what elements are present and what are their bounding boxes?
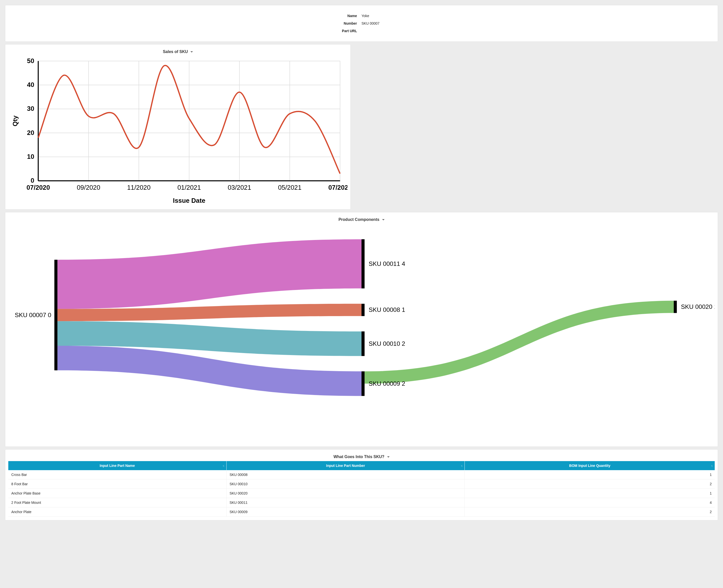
table-row: Cross BarSKU 000081 <box>8 470 715 480</box>
svg-rect-30 <box>54 259 57 370</box>
svg-text:20: 20 <box>27 129 35 136</box>
cell-partname: Anchor Plate Base <box>8 488 226 498</box>
table-row: Anchor Plate BaseSKU 000201 <box>8 488 715 498</box>
col-header-partname-text: Input Line Part Name <box>100 464 135 468</box>
table-header-row: Input Line Part Name ↑↓ Input Line Part … <box>8 461 715 470</box>
sankey-title-text: Product Components <box>338 217 379 222</box>
svg-text:30: 30 <box>27 105 35 112</box>
cell-partname: Anchor Plate <box>8 507 226 517</box>
col-header-qty-text: BOM Input Line Quantity <box>569 464 611 468</box>
details-card: Name Yoke Number SKU 00007 Part URL <box>5 5 718 42</box>
cell-qty: 1 <box>465 470 715 480</box>
col-header-partnumber[interactable]: Input Line Part Number ↑↓ <box>226 461 465 470</box>
detail-row-name: Name Yoke <box>13 14 710 18</box>
sort-icon: ↑↓ <box>461 464 462 467</box>
cell-qty: 4 <box>465 498 715 507</box>
svg-text:SKU 00020 1: SKU 00020 1 <box>681 303 715 310</box>
svg-text:10: 10 <box>27 153 35 160</box>
cell-partname: 8 Foot Bar <box>8 479 226 488</box>
svg-text:Qty: Qty <box>12 115 19 126</box>
cell-qty: 1 <box>465 488 715 498</box>
svg-rect-32 <box>362 304 364 316</box>
bom-table-title[interactable]: What Goes Into This SKU? <box>8 451 715 461</box>
sales-chart-title[interactable]: Sales of SKU <box>8 46 347 56</box>
svg-text:01/2021: 01/2021 <box>177 184 201 191</box>
svg-text:05/2021: 05/2021 <box>278 184 301 191</box>
chevron-down-icon <box>382 219 385 220</box>
detail-row-number: Number SKU 00007 <box>13 21 710 25</box>
detail-label-number: Number <box>13 21 362 25</box>
cell-partnumber: SKU 00008 <box>226 470 465 480</box>
cell-qty: 2 <box>465 479 715 488</box>
sort-icon: ↑↓ <box>711 464 712 467</box>
col-header-qty[interactable]: BOM Input Line Quantity ↑↓ <box>465 461 715 470</box>
sales-chart-card: Sales of SKU 0102030405007/202009/202011… <box>5 44 351 210</box>
svg-text:07/2020: 07/2020 <box>27 184 50 191</box>
svg-text:07/2021: 07/2021 <box>328 184 347 191</box>
detail-label-name: Name <box>13 14 362 18</box>
sankey-card: Product Components SKU 00007 0SKU 00011 … <box>5 212 718 447</box>
cell-partnumber: SKU 00010 <box>226 479 465 488</box>
detail-value-name: Yoke <box>362 14 710 18</box>
svg-rect-34 <box>362 371 364 396</box>
svg-text:11/2020: 11/2020 <box>127 184 150 191</box>
cell-partnumber: SKU 00020 <box>226 488 465 498</box>
cell-partname: 2 Foot Plate Mount <box>8 498 226 507</box>
sankey-diagram: SKU 00007 0SKU 00011 4SKU 00008 1SKU 000… <box>8 224 715 439</box>
chevron-down-icon <box>190 51 193 52</box>
svg-text:50: 50 <box>27 57 35 64</box>
col-header-partname[interactable]: Input Line Part Name ↑↓ <box>8 461 226 470</box>
bom-table-title-text: What Goes Into This SKU? <box>333 455 384 459</box>
table-row: Anchor PlateSKU 000092 <box>8 507 715 517</box>
svg-text:Issue Date: Issue Date <box>173 197 205 204</box>
svg-text:SKU 00011 4: SKU 00011 4 <box>369 260 405 267</box>
svg-text:SKU 00009 2: SKU 00009 2 <box>369 380 405 387</box>
table-row: 2 Foot Plate MountSKU 000114 <box>8 498 715 507</box>
cell-qty: 2 <box>465 507 715 517</box>
chevron-down-icon <box>387 456 390 458</box>
svg-text:SKU 00008 1: SKU 00008 1 <box>369 306 405 313</box>
sankey-title[interactable]: Product Components <box>8 214 715 224</box>
table-row: 8 Foot BarSKU 000102 <box>8 479 715 488</box>
svg-text:03/2021: 03/2021 <box>228 184 251 191</box>
detail-label-parturl: Part URL <box>13 29 362 33</box>
cell-partname: Cross Bar <box>8 470 226 480</box>
detail-value-number: SKU 00007 <box>362 21 710 25</box>
detail-row-parturl: Part URL <box>13 29 710 33</box>
svg-rect-35 <box>674 300 677 313</box>
sales-line-chart: 0102030405007/202009/202011/202001/20210… <box>8 56 347 206</box>
svg-rect-33 <box>362 332 364 356</box>
cell-partnumber: SKU 00009 <box>226 507 465 517</box>
sales-chart-title-text: Sales of SKU <box>163 49 188 54</box>
svg-text:40: 40 <box>27 81 35 88</box>
sort-icon: ↑↓ <box>222 464 224 467</box>
cell-partnumber: SKU 00011 <box>226 498 465 507</box>
bom-table: Input Line Part Name ↑↓ Input Line Part … <box>8 461 715 517</box>
svg-text:0: 0 <box>31 177 34 184</box>
svg-text:SKU 00010 2: SKU 00010 2 <box>369 340 405 347</box>
svg-text:09/2020: 09/2020 <box>77 184 100 191</box>
col-header-partnumber-text: Input Line Part Number <box>326 464 365 468</box>
bom-table-card: What Goes Into This SKU? Input Line Part… <box>5 449 718 520</box>
svg-text:SKU 00007 0: SKU 00007 0 <box>15 312 51 318</box>
svg-rect-31 <box>362 239 364 289</box>
